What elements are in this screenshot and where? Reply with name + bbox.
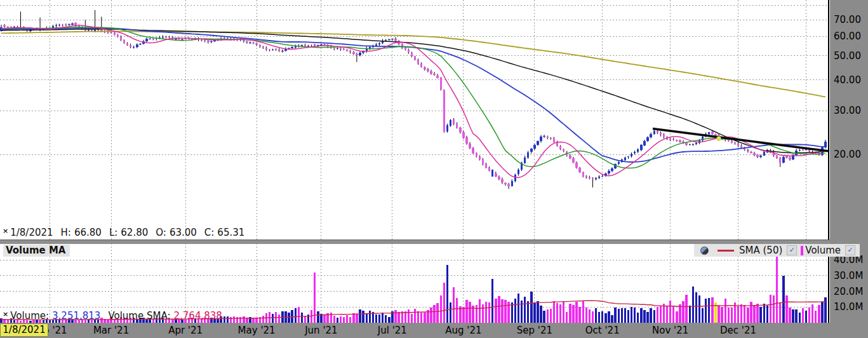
volume-pane-legend: SMA (50) ✓ Volume ✓ [694, 244, 860, 257]
time-axis[interactable]: 1/8/2021 Feb '21Mar '21Apr '21May '21Jun… [0, 323, 868, 338]
price-readout: ×1/8/2021H:66.80L:62.80O:63.00C:65.31 [3, 227, 244, 238]
readout-close-label: C: [204, 227, 215, 238]
volume-ma-pane-label: Volume MA [3, 245, 70, 257]
trendline-handle-dot [717, 136, 721, 140]
readout-low-value: 62.80 [121, 227, 148, 238]
volume-label: Volume: [10, 310, 49, 321]
price-axis-tick: 60.00 [834, 30, 861, 42]
volume-dropdown-toggle[interactable]: ✓ [845, 245, 855, 255]
charting-app-window: ×1/8/2021H:66.80L:62.80O:63.00C:65.31 Vo… [0, 0, 868, 338]
volume-axis-tick: 20.0M [834, 286, 863, 297]
time-axis-month-label: Mar '21 [83, 325, 140, 336]
volume-value: 3,251,813 [52, 310, 100, 321]
price-axis-tick: 20.00 [834, 149, 861, 160]
volume-sma-label: Volume SMA: [108, 310, 170, 321]
volume-bar-swatch [801, 246, 803, 255]
volume-sma-value: 2,764,838 [173, 310, 222, 321]
readout-date: 1/8/2021 [10, 227, 53, 238]
readout-high-label: H: [61, 227, 71, 238]
sma-dropdown-toggle[interactable]: ✓ [787, 245, 797, 255]
readout-open-value: 63.00 [170, 227, 197, 238]
close-price-readout-icon[interactable]: × [3, 227, 8, 235]
sma-line-swatch [718, 250, 734, 252]
time-axis-month-label: Oct '21 [574, 325, 631, 336]
price-axis-tick: 30.00 [834, 105, 861, 116]
sma-20-line [1, 27, 825, 168]
readout-close-value: 65.31 [217, 227, 244, 238]
indicator-settings-icon[interactable] [700, 247, 709, 255]
sma-10-line [1, 25, 825, 178]
time-axis-month-label: Dec '21 [710, 325, 767, 336]
price-axis-tick: 70.00 [834, 14, 861, 25]
readout-high-value: 66.80 [74, 227, 102, 238]
volume-axis-tick: 30.0M [834, 270, 863, 281]
price-axis-column[interactable]: 70.0060.0050.0040.0030.0020.0040.0M30.0M… [830, 0, 868, 338]
price-axis-tick: 40.00 [834, 74, 861, 86]
volume-readout: ×Volume:3,251,813Volume SMA:2,764,838 [3, 310, 222, 321]
time-axis-month-label: May '21 [228, 325, 285, 336]
readout-low-label: L: [109, 227, 117, 238]
pane-divider[interactable] [0, 240, 830, 244]
time-axis-month-label: Jun '21 [293, 325, 350, 336]
volume-axis-tick: 10.0M [834, 301, 863, 313]
candles [0, 10, 826, 189]
selected-date-bubble: 1/8/2021 [0, 323, 48, 337]
time-axis-month-label: Sep '21 [506, 325, 563, 336]
time-axis-month-label: Nov '21 [642, 325, 699, 336]
time-axis-month-label: Apr '21 [157, 325, 214, 336]
close-volume-readout-icon[interactable]: × [3, 310, 8, 318]
price-axis-tick: 50.00 [834, 50, 861, 62]
time-axis-month-label: Aug '21 [435, 325, 492, 336]
readout-open-label: O: [156, 227, 166, 238]
volume-legend-label: Volume [805, 245, 841, 256]
time-axis-month-label: Jul '21 [364, 325, 421, 336]
price-chart-canvas[interactable] [0, 0, 830, 240]
sma-legend-label: SMA (50) [739, 245, 782, 256]
